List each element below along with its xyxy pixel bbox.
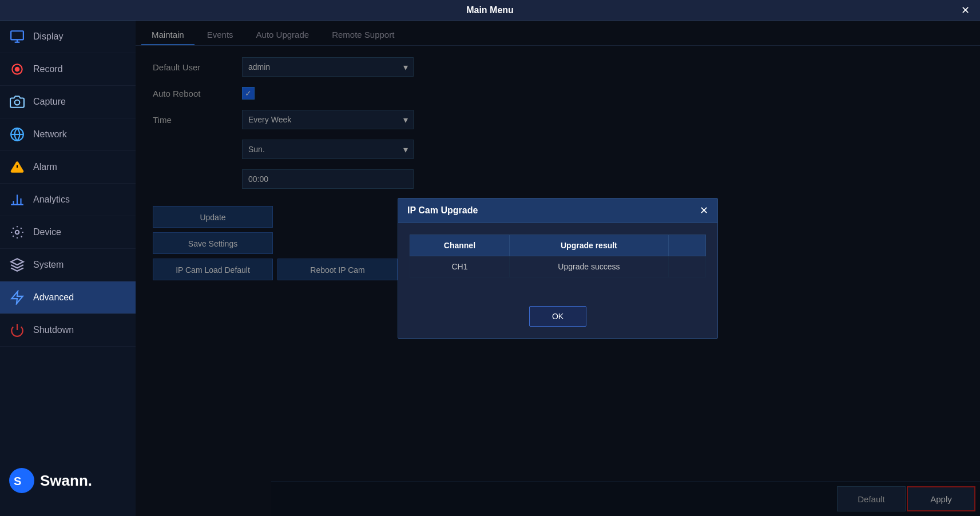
sidebar-item-advanced[interactable]: Advanced — [0, 281, 136, 314]
sidebar-item-capture[interactable]: Capture — [0, 86, 136, 118]
close-button[interactable]: ✕ — [957, 3, 974, 18]
table-row: CH1 Upgrade success — [410, 256, 706, 277]
sidebar-item-network[interactable]: Network — [0, 118, 136, 151]
sidebar-item-alarm[interactable]: Alarm — [0, 151, 136, 184]
sidebar-item-label-analytics: Analytics — [33, 195, 70, 205]
svg-text:S: S — [14, 475, 21, 487]
swann-logo-text: Swann. — [40, 472, 92, 490]
sidebar-item-label-shutdown: Shutdown — [33, 325, 74, 335]
sidebar-item-label-system: System — [33, 260, 64, 270]
svg-point-14 — [15, 231, 19, 235]
table-header-extra — [668, 235, 705, 256]
sidebar-item-label-advanced: Advanced — [33, 292, 74, 303]
swann-logo: S Swann. — [9, 468, 92, 493]
main-title: Main Menu — [466, 5, 514, 15]
shutdown-icon — [9, 322, 25, 338]
dialog-ok-button[interactable]: OK — [529, 306, 586, 327]
svg-point-17 — [9, 468, 34, 493]
alarm-icon — [9, 159, 25, 175]
sidebar-item-label-record: Record — [33, 64, 63, 74]
device-icon — [9, 224, 25, 240]
record-icon — [9, 61, 25, 77]
capture-icon — [9, 94, 25, 110]
dialog-title: IP Cam Upgrade — [407, 205, 478, 216]
sidebar-item-analytics[interactable]: Analytics — [0, 184, 136, 216]
dialog-overlay: IP Cam Upgrade ✕ Channel Upgrade result — [136, 21, 980, 516]
sidebar-item-label-device: Device — [33, 227, 61, 237]
sidebar-item-system[interactable]: System — [0, 249, 136, 281]
system-icon — [9, 257, 25, 273]
table-header-upgrade-result: Upgrade result — [509, 235, 668, 256]
table-cell-channel: CH1 — [410, 256, 510, 277]
network-icon — [9, 126, 25, 142]
svg-point-4 — [15, 68, 19, 72]
sidebar: Display Record Capture — [0, 21, 136, 516]
dialog-header: IP Cam Upgrade ✕ — [398, 199, 717, 223]
dialog-footer: OK — [398, 300, 717, 338]
sidebar-item-label-alarm: Alarm — [33, 162, 57, 172]
sidebar-item-shutdown[interactable]: Shutdown — [0, 314, 136, 347]
table-cell-extra — [668, 256, 705, 277]
svg-rect-0 — [11, 31, 23, 39]
sidebar-item-label-display: Display — [33, 31, 63, 42]
table-header-channel: Channel — [410, 235, 510, 256]
sidebar-item-display[interactable]: Display — [0, 21, 136, 53]
sidebar-item-label-capture: Capture — [33, 97, 66, 107]
dialog-table: Channel Upgrade result CH1 Upgrade succe… — [410, 235, 706, 277]
dialog-close-button[interactable]: ✕ — [700, 204, 708, 217]
dialog-body: Channel Upgrade result CH1 Upgrade succe… — [398, 223, 717, 300]
sidebar-item-label-network: Network — [33, 129, 67, 140]
sidebar-item-device[interactable]: Device — [0, 216, 136, 249]
sidebar-item-record[interactable]: Record — [0, 53, 136, 86]
svg-point-5 — [15, 100, 20, 105]
table-cell-result: Upgrade success — [509, 256, 668, 277]
display-icon — [9, 29, 25, 45]
content-area: Maintain Events Auto Upgrade Remote Supp… — [136, 21, 980, 516]
title-bar: Main Menu ✕ — [0, 0, 980, 21]
ip-cam-upgrade-dialog: IP Cam Upgrade ✕ Channel Upgrade result — [398, 198, 718, 339]
analytics-icon — [9, 192, 25, 208]
advanced-icon — [9, 289, 25, 305]
svg-marker-15 — [11, 291, 23, 304]
main-layout: Display Record Capture — [0, 21, 980, 516]
